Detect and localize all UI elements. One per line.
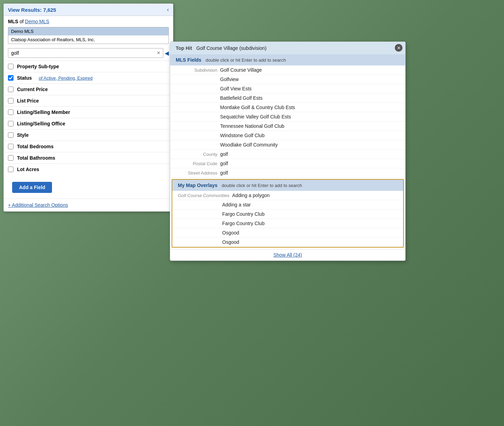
result-county-golf[interactable]: County golf	[170, 150, 405, 159]
checkbox-total-bedrooms[interactable]	[8, 144, 14, 149]
mls-link[interactable]: Demo MLS	[25, 19, 49, 24]
result-adding-polygon[interactable]: Golf Course Communities Adding a polygon	[172, 191, 403, 200]
show-all-link[interactable]: Show All (24)	[273, 252, 302, 258]
mls-fields-hint: double click or hit Enter to add to sear…	[206, 57, 286, 63]
checkbox-total-bathrooms[interactable]	[8, 155, 14, 161]
map-overlays-header: My Map Overlays double click or hit Ente…	[172, 180, 403, 191]
additional-search-options[interactable]: + Additional Search Options	[4, 198, 173, 211]
checkbox-status[interactable]	[8, 75, 14, 81]
top-hit-label: Top Hit	[176, 45, 192, 51]
checkbox-list-price[interactable]	[8, 98, 14, 104]
arrow-button[interactable]: ◀	[165, 50, 169, 56]
filter-style: Style	[4, 129, 173, 141]
search-row: × ◀	[4, 47, 173, 61]
result-golfview[interactable]: Golfview	[170, 75, 405, 84]
label-total-bathrooms[interactable]: Total Bathrooms	[17, 155, 55, 161]
filter-total-bedrooms: Total Bedrooms	[4, 141, 173, 152]
label-total-bedrooms[interactable]: Total Bedrooms	[17, 144, 54, 149]
result-category: Street Address	[176, 170, 217, 176]
result-value: Battlefield Golf Ests	[220, 95, 262, 101]
label-listing-selling-office[interactable]: Listing/Selling Office	[17, 121, 65, 126]
result-value: golf	[220, 170, 228, 176]
filter-listing-selling-office: Listing/Selling Office	[4, 118, 173, 129]
result-value: Golf View Ests	[220, 86, 252, 91]
label-list-price[interactable]: List Price	[17, 98, 39, 104]
dropdown-item-demo-mls[interactable]: Demo MLS	[8, 27, 168, 36]
result-value: Sequatchie Valley Golf Club Ests	[220, 114, 291, 119]
result-value: Windstone Golf Club	[220, 133, 264, 138]
result-golf-view-ests[interactable]: Golf View Ests	[170, 84, 405, 94]
label-property-subtype[interactable]: Property Sub-type	[17, 64, 59, 69]
filter-current-price: Current Price	[4, 83, 173, 95]
autocomplete-panel: ✕ Top Hit Golf Course Village (subdivisi…	[170, 42, 406, 261]
mls-fields-label: MLS Fields	[176, 57, 201, 63]
dropdown-item-clatsop[interactable]: Clatsop Association of Realtors, MLS, In…	[8, 36, 168, 44]
result-subdivision-golf-course-village[interactable]: Subdivision Golf Course Village	[170, 65, 405, 75]
result-fargo-2[interactable]: Fargo Country Club	[172, 219, 403, 228]
result-value: Osgood	[222, 230, 239, 236]
label-current-price[interactable]: Current Price	[17, 87, 48, 92]
filter-property-subtype: Property Sub-type	[4, 61, 173, 72]
mls-label: MLS	[8, 19, 18, 24]
label-listing-selling-member[interactable]: Listing/Selling Member	[17, 109, 70, 115]
mls-dropdown: Demo MLS Clatsop Association of Realtors…	[8, 27, 169, 44]
autocomplete-close-button[interactable]: ✕	[395, 44, 402, 52]
label-style[interactable]: Style	[17, 132, 28, 138]
label-lot-acres[interactable]: Lot Acres	[17, 167, 39, 172]
mls-fields-results: Subdivision Golf Course Village Golfview…	[170, 65, 405, 178]
result-value: Fargo Country Club	[222, 211, 264, 217]
checkbox-current-price[interactable]	[8, 87, 14, 92]
result-value: Fargo Country Club	[222, 221, 264, 226]
status-link[interactable]: of Active, Pending, Expired	[39, 76, 93, 81]
filter-list-price: List Price	[4, 95, 173, 106]
result-category: Subdivision	[176, 68, 217, 73]
result-value: golf	[220, 151, 228, 157]
label-status[interactable]: Status	[17, 75, 32, 81]
map-overlays-hint: double click or hit Enter to add to sear…	[221, 183, 302, 188]
result-category: Golf Course Communities	[178, 193, 229, 198]
left-panel-header: View Results: 7,625 ‹	[4, 4, 173, 16]
top-hit-value: Golf Course Village (subdivision)	[196, 45, 267, 51]
result-value: golf	[220, 161, 228, 166]
result-woodlake-golf[interactable]: Woodlake Golf Community	[170, 140, 405, 150]
filter-status: Status of Active, Pending, Expired	[4, 72, 173, 83]
mls-preposition: of	[19, 19, 24, 24]
checkbox-style[interactable]	[8, 132, 14, 138]
result-value: Adding a star	[222, 202, 251, 207]
result-montlake-golf[interactable]: Montlake Golf & Country Club Ests	[170, 103, 405, 112]
top-hit-row[interactable]: Top Hit Golf Course Village (subdivision…	[170, 42, 405, 54]
result-value: Adding a polygon	[232, 193, 270, 198]
map-overlays-section: My Map Overlays double click or hit Ente…	[172, 179, 404, 248]
result-sequatchie-valley[interactable]: Sequatchie Valley Golf Club Ests	[170, 112, 405, 122]
result-postal-golf[interactable]: Postal Code golf	[170, 159, 405, 168]
collapse-button[interactable]: ‹	[167, 7, 169, 13]
result-category: County	[176, 152, 217, 157]
checkbox-listing-selling-member[interactable]	[8, 109, 14, 115]
filter-lot-acres: Lot Acres	[4, 163, 173, 175]
result-adding-star[interactable]: Adding a star	[172, 200, 403, 210]
result-battlefield-golf-ests[interactable]: Battlefield Golf Ests	[170, 94, 405, 103]
show-all-row: Show All (24)	[170, 249, 405, 260]
filter-listing-selling-member: Listing/Selling Member	[4, 106, 173, 118]
search-input[interactable]	[11, 50, 157, 56]
result-street-golf[interactable]: Street Address golf	[170, 168, 405, 178]
search-input-wrapper: ×	[8, 48, 163, 58]
filter-total-bathrooms: Total Bathrooms	[4, 152, 173, 163]
result-value: Osgood	[222, 239, 239, 245]
checkbox-property-subtype[interactable]	[8, 64, 14, 69]
view-results-label: View Results: 7,625	[8, 7, 56, 13]
result-value: Tennessee National Golf Club	[220, 123, 284, 129]
result-tennessee-national[interactable]: Tennessee National Golf Club	[170, 122, 405, 131]
result-value: Montlake Golf & Country Club Ests	[220, 105, 295, 110]
clear-search-button[interactable]: ×	[157, 50, 160, 56]
map-overlays-results: Golf Course Communities Adding a polygon…	[172, 191, 403, 247]
result-value: Golfview	[220, 77, 239, 82]
map-overlays-label: My Map Overlays	[178, 183, 217, 188]
result-osgood-1[interactable]: Osgood	[172, 228, 403, 238]
checkbox-listing-selling-office[interactable]	[8, 121, 14, 126]
result-windstone-golf[interactable]: Windstone Golf Club	[170, 131, 405, 140]
result-osgood-2[interactable]: Osgood	[172, 238, 403, 247]
result-fargo-1[interactable]: Fargo Country Club	[172, 210, 403, 219]
checkbox-lot-acres[interactable]	[8, 167, 14, 172]
add-field-button[interactable]: Add a Field	[12, 182, 52, 193]
